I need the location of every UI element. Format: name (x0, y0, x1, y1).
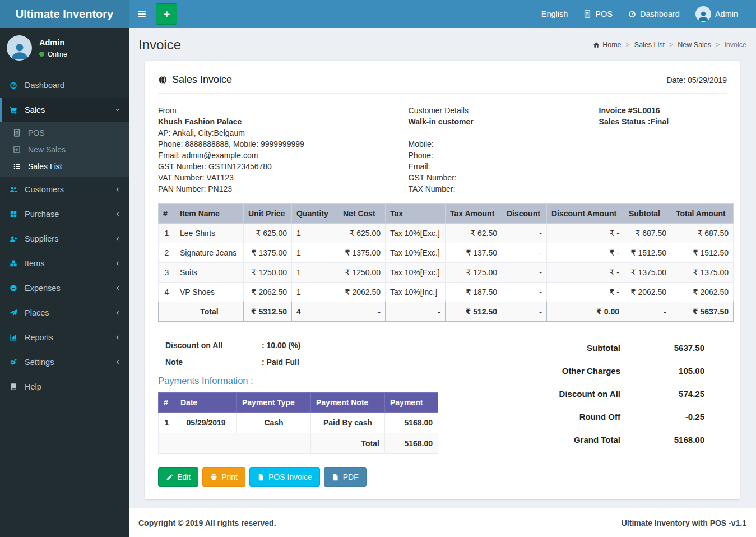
chevron-left-icon (115, 359, 120, 365)
navbar-right: English POS Dashboard Admin (534, 0, 756, 28)
sidebar-item-settings[interactable]: Settings (0, 350, 129, 374)
invoice-date: Date: 05/29/2019 (667, 76, 727, 85)
breadcrumb-invoice: Invoice (724, 41, 746, 49)
invoice-number: Invoice #SL0016 (599, 105, 727, 116)
items-table-header-row: # Item Name Unit Price Quantity Net Cost… (159, 204, 734, 224)
sidebar-item-help[interactable]: Help (0, 374, 129, 399)
pencil-icon (166, 474, 173, 481)
sidebar-item-dashboard[interactable]: Dashboard (0, 73, 129, 98)
cart-icon (8, 106, 18, 114)
sidebar-item-expenses[interactable]: Expenses (0, 276, 129, 300)
printer-icon (210, 474, 217, 481)
chevron-left-icon (115, 261, 120, 266)
sidebar-item-items[interactable]: Items (0, 251, 129, 276)
sidebar: Admin Online Dashboard Sales POS (0, 28, 129, 537)
chevron-left-icon (115, 285, 120, 291)
user-plus-icon (8, 235, 18, 243)
note-line: Note : Paid Full (165, 358, 438, 367)
cubes-icon (8, 260, 18, 267)
summary-subtotal: Subtotal 5637.50 (503, 343, 704, 353)
file-icon (257, 474, 265, 481)
user-avatar (695, 6, 711, 22)
navbar: English POS Dashboard Admin (129, 0, 756, 28)
sidebar-item-customers[interactable]: Customers (0, 177, 129, 202)
nav-language[interactable]: English (534, 0, 576, 28)
list-icon (12, 163, 22, 170)
top-bar: Ultimate Inventory English POS Dashboard (0, 0, 756, 28)
sidebar-user-name: Admin (39, 38, 67, 47)
seller-name: Khush Fashion Palace (158, 116, 409, 127)
breadcrumb: Home > Sales List > New Sales > Invoice (593, 41, 746, 49)
sidebar-toggle-button[interactable] (129, 0, 155, 28)
plus-square-icon (12, 146, 22, 154)
pdf-button[interactable]: PDF (324, 467, 367, 487)
hamburger-icon (137, 9, 147, 19)
users-icon (8, 186, 18, 193)
globe-icon (158, 75, 168, 85)
sidebar-item-sales[interactable]: Sales (0, 98, 129, 122)
summary-other-charges: Other Charges 105.00 (503, 366, 704, 376)
sidebar-item-new-sales[interactable]: New Sales (0, 141, 129, 158)
summary-discount-on-all: Discount on All 574.25 (503, 389, 704, 399)
sidebar-item-sales-list[interactable]: Sales List (0, 158, 129, 175)
sidebar-item-reports[interactable]: Reports (0, 325, 129, 350)
sidebar-item-suppliers[interactable]: Suppliers (0, 226, 129, 251)
invoice-card-title: Sales Invoice (158, 74, 232, 86)
plus-icon (163, 10, 171, 18)
totals-summary: Subtotal 5637.50 Other Charges 105.00 Di… (503, 336, 727, 487)
nav-dashboard[interactable]: Dashboard (620, 0, 688, 28)
pos-invoice-button[interactable]: POS Invoice (249, 467, 320, 487)
page-title: Invoice (138, 37, 181, 53)
quick-add-button[interactable] (156, 3, 177, 25)
nav-user-menu[interactable]: Admin (688, 0, 746, 28)
main-content: Invoice Home > Sales List > New Sales > … (129, 28, 756, 537)
chevron-left-icon (115, 236, 120, 242)
bar-chart-icon (8, 334, 18, 341)
discount-on-all-line: Discount on All : 10.00 (%) (165, 341, 438, 350)
sidebar-user-status: Online (39, 50, 67, 58)
payments-total-row: Total 5168.00 (159, 433, 438, 454)
home-icon (593, 41, 600, 48)
breadcrumb-sales-list[interactable]: Sales List (634, 41, 665, 49)
app-window: Ultimate Inventory English POS Dashboard (0, 0, 756, 537)
items-table-total-row: Total ₹ 5312.50 4 - - ₹ 512.50 - ₹ 0.00 … (159, 302, 734, 322)
payments-table: # Date Payment Type Payment Note Payment… (158, 392, 438, 454)
gear-icon (8, 358, 18, 366)
table-row: 2 Signature Jeans ₹ 1375.00 1 ₹ 1375.00 … (159, 243, 734, 263)
from-block: From Khush Fashion Palace AP: Ankali, Ci… (158, 105, 409, 195)
brand-logo[interactable]: Ultimate Inventory (0, 0, 129, 28)
breadcrumb-home[interactable]: Home (593, 41, 621, 49)
action-buttons: Edit Print POS Invoice PDF (158, 467, 438, 487)
content-header: Invoice Home > Sales List > New Sales > … (129, 28, 756, 60)
copyright-text: Copyright © 2019 All rights reserved. (138, 519, 276, 527)
sales-status: Sales Status :Final (599, 116, 727, 127)
payments-table-header-row: # Date Payment Type Payment Note Payment (159, 393, 438, 413)
dashboard-icon (628, 10, 636, 18)
payments-section: Discount on All : 10.00 (%) Note : Paid … (158, 336, 438, 487)
sidebar-user-panel: Admin Online (0, 28, 129, 68)
table-row: 4 VP Shoes ₹ 2062.50 1 ₹ 2062.50 Tax 10%… (159, 283, 734, 302)
sidebar-menu: Dashboard Sales POS New Sales Sales Li (0, 73, 129, 399)
grid-icon (8, 210, 18, 218)
chevron-left-icon (115, 211, 120, 217)
summary-round-off: Round Off -0.25 (503, 412, 704, 422)
invoice-meta-block: Invoice #SL0016 Sales Status :Final (599, 105, 727, 195)
sidebar-item-pos[interactable]: POS (0, 124, 129, 141)
breadcrumb-new-sales[interactable]: New Sales (678, 41, 711, 49)
items-table: # Item Name Unit Price Quantity Net Cost… (158, 203, 734, 322)
avatar (7, 35, 32, 61)
paper-plane-icon (8, 309, 18, 317)
chevron-down-icon (115, 107, 120, 113)
edit-button[interactable]: Edit (158, 467, 198, 487)
customer-block: Customer Details Walk-in customer Mobile… (409, 105, 599, 195)
sidebar-item-places[interactable]: Places (0, 300, 129, 325)
customer-name: Walk-in customer (409, 116, 599, 127)
nav-pos[interactable]: POS (576, 0, 620, 28)
page-footer: Copyright © 2019 All rights reserved. Ul… (129, 508, 756, 537)
sidebar-item-purchase[interactable]: Purchase (0, 202, 129, 226)
calculator-icon (583, 10, 591, 18)
invoice-card: Sales Invoice Date: 05/29/2019 From Khus… (145, 60, 740, 499)
print-button[interactable]: Print (202, 467, 245, 487)
chevron-left-icon (115, 310, 120, 316)
calculator-icon (12, 129, 22, 137)
